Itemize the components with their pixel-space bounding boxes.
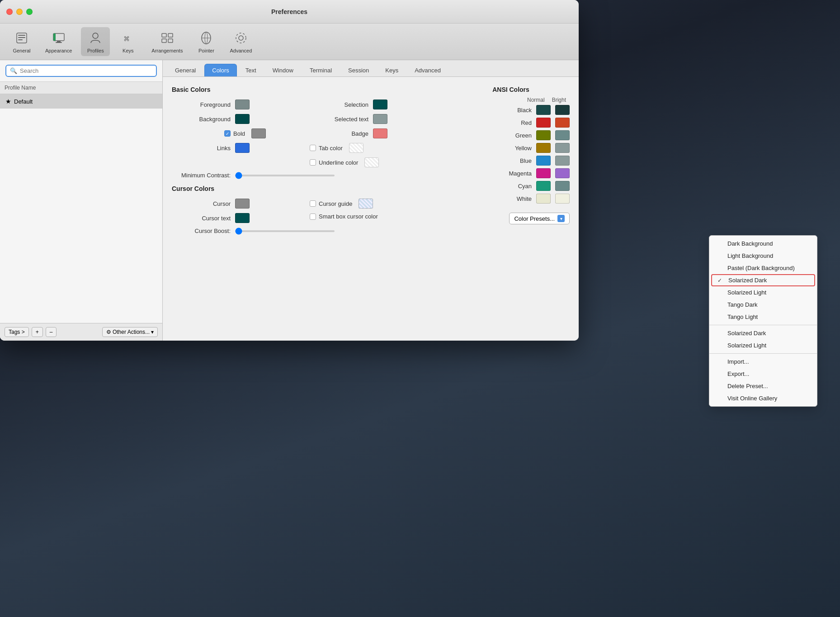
menu-item-solarized-dark-2[interactable]: Solarized Dark	[709, 327, 817, 339]
badge-label: Badge	[310, 130, 373, 137]
ansi-yellow-bright[interactable]	[555, 143, 570, 153]
toolbar-profiles-label: Profiles	[87, 48, 104, 53]
ansi-cyan-normal[interactable]	[536, 181, 551, 191]
smart-cursor-label: Smart box cursor color	[319, 213, 382, 220]
toolbar-item-keys[interactable]: ⌘ Keys	[113, 27, 142, 56]
menu-item-solarized-light[interactable]: Solarized Light	[709, 286, 817, 299]
maximize-button[interactable]	[26, 9, 33, 15]
toolbar-item-advanced[interactable]: Advanced	[224, 27, 257, 56]
min-contrast-slider[interactable]	[235, 175, 335, 176]
cursor-guide-checkbox[interactable]	[310, 200, 316, 207]
toolbar-keys-label: Keys	[123, 48, 133, 53]
ansi-white-bright[interactable]	[555, 194, 570, 204]
underline-color-checkbox[interactable]	[310, 159, 316, 166]
menu-item-light-background[interactable]: Light Background	[709, 250, 817, 262]
svg-rect-11	[162, 33, 166, 37]
ansi-blue-normal[interactable]	[536, 156, 551, 166]
minimize-button[interactable]	[16, 9, 23, 15]
cursor-guide-swatch[interactable]	[359, 199, 373, 209]
tab-window[interactable]: Window	[265, 64, 301, 76]
ansi-magenta-normal[interactable]	[536, 168, 551, 178]
search-input[interactable]	[20, 67, 152, 74]
toolbar-item-appearance[interactable]: Appearance	[40, 27, 77, 56]
ansi-red-bright[interactable]	[555, 118, 570, 128]
bold-label: Bold	[233, 130, 249, 137]
main-content: 🔍 Profile Name ★ Default Tags > +	[0, 60, 579, 341]
toolbar-item-general[interactable]: General	[7, 27, 36, 56]
profile-list-header: Profile Name	[0, 82, 162, 94]
keys-icon: ⌘	[120, 30, 136, 46]
menu-item-pastel-dark-bg[interactable]: Pastel (Dark Background)	[709, 262, 817, 274]
svg-text:⌘: ⌘	[124, 33, 129, 44]
toolbar: General Appearance Profiles ⌘ Keys Arran…	[0, 24, 579, 60]
tab-terminal[interactable]: Terminal	[302, 64, 340, 76]
toolbar-item-arrangements[interactable]: Arrangements	[146, 27, 188, 56]
ansi-white-normal[interactable]	[536, 194, 551, 204]
tab-general[interactable]: General	[167, 64, 203, 76]
menu-item-tango-dark[interactable]: Tango Dark	[709, 299, 817, 311]
links-swatch[interactable]	[235, 143, 250, 153]
add-profile-button[interactable]: +	[32, 327, 43, 337]
menu-item-import[interactable]: Import...	[709, 356, 817, 368]
svg-rect-14	[168, 39, 173, 43]
ansi-white-swatches	[536, 194, 570, 204]
profile-item-default[interactable]: ★ Default	[0, 94, 162, 109]
ansi-black-normal[interactable]	[536, 105, 551, 115]
ansi-green-row: Green	[452, 130, 570, 140]
other-actions-button[interactable]: ⚙ Other Actions... ▾	[102, 327, 158, 337]
left-panel-footer: Tags > + – ⚙ Other Actions... ▾	[0, 323, 162, 341]
remove-profile-button[interactable]: –	[46, 327, 57, 337]
ansi-yellow-normal[interactable]	[536, 143, 551, 153]
smart-cursor-checkbox[interactable]	[310, 214, 316, 220]
menu-item-light-bg-label: Light Background	[727, 252, 773, 259]
ansi-cyan-label: Cyan	[452, 183, 536, 190]
tab-color-checkbox[interactable]	[310, 145, 316, 151]
ansi-red-normal[interactable]	[536, 118, 551, 128]
smart-cursor-row: Smart box cursor color	[310, 213, 439, 220]
window-title: Preferences	[271, 8, 307, 15]
ansi-black-bright[interactable]	[555, 105, 570, 115]
tab-session[interactable]: Session	[340, 64, 377, 76]
tab-color-swatch[interactable]	[349, 143, 363, 153]
tab-advanced[interactable]: Advanced	[407, 64, 448, 76]
tags-button[interactable]: Tags >	[5, 327, 29, 337]
bold-swatch[interactable]	[251, 128, 266, 138]
tab-colors[interactable]: Colors	[204, 64, 237, 76]
menu-item-solarized-light-2[interactable]: Solarized Light	[709, 339, 817, 351]
menu-item-solarized-dark[interactable]: ✓ Solarized Dark	[711, 274, 815, 286]
foreground-swatch[interactable]	[235, 100, 250, 109]
badge-swatch[interactable]	[373, 128, 387, 138]
selection-swatch[interactable]	[373, 100, 387, 109]
ansi-cyan-bright[interactable]	[555, 181, 570, 191]
toolbar-item-profiles[interactable]: Profiles	[81, 27, 110, 56]
basic-colors-title: Basic Colors	[172, 86, 439, 93]
ansi-magenta-bright[interactable]	[555, 168, 570, 178]
underline-color-swatch[interactable]	[364, 157, 379, 167]
badge-row: Badge	[310, 128, 439, 138]
background-swatch[interactable]	[235, 114, 250, 124]
selected-text-swatch[interactable]	[373, 114, 387, 124]
cursor-swatch[interactable]	[235, 199, 250, 209]
menu-item-dark-background[interactable]: Dark Background	[709, 237, 817, 250]
tab-text[interactable]: Text	[238, 64, 264, 76]
color-presets-button[interactable]: Color Presets... ▾	[509, 213, 570, 224]
ansi-green-normal[interactable]	[536, 130, 551, 140]
cursor-boost-slider[interactable]	[235, 230, 335, 232]
appearance-icon	[51, 30, 67, 46]
menu-item-tango-light[interactable]: Tango Light	[709, 311, 817, 323]
menu-item-delete-preset[interactable]: Delete Preset...	[709, 380, 817, 392]
close-button[interactable]	[6, 9, 13, 15]
ansi-green-bright[interactable]	[555, 130, 570, 140]
menu-item-export[interactable]: Export...	[709, 368, 817, 380]
cursor-text-swatch[interactable]	[235, 213, 250, 223]
color-presets-label: Color Presets...	[514, 215, 555, 222]
ansi-blue-row: Blue	[452, 156, 570, 166]
bold-checkbox[interactable]: ✓	[224, 130, 231, 137]
toolbar-item-pointer[interactable]: Pointer	[192, 27, 221, 56]
menu-item-visit-gallery[interactable]: Visit Online Gallery	[709, 392, 817, 404]
selected-text-label: Selected text	[310, 116, 373, 123]
basic-colors-left: Foreground Background ✓	[172, 100, 301, 172]
ansi-blue-bright[interactable]	[555, 156, 570, 166]
tab-keys[interactable]: Keys	[378, 64, 406, 76]
title-bar: Preferences	[0, 0, 579, 24]
